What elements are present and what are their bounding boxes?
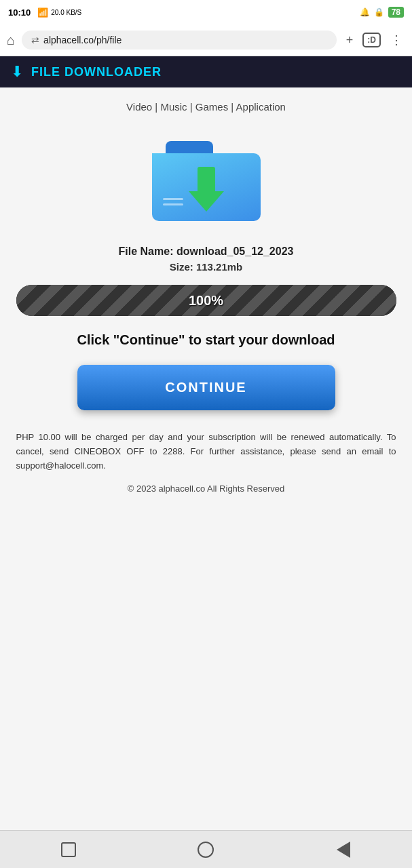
browser-chrome: ⌂ ⇄ alphacell.co/ph/file + :D ⋮ [0, 24, 412, 56]
nav-circle-button[interactable] [193, 837, 218, 862]
copyright-text: © 2023 alphacell.co All Rights Reserved [128, 484, 284, 494]
status-time: 10:10 [8, 7, 31, 18]
new-tab-button[interactable]: + [343, 31, 356, 50]
address-bar[interactable]: ⇄ alphacell.co/ph/file [22, 31, 337, 50]
main-content: Video | Music | Games | Application File… [0, 87, 412, 830]
circle-icon [198, 842, 214, 858]
progress-bar-container: 100% [16, 285, 396, 316]
disclaimer-text: PHP 10.00 will be charged per day and yo… [16, 431, 396, 473]
continue-button[interactable]: CONTINUE [77, 365, 335, 410]
tabs-button[interactable]: :D [362, 33, 381, 47]
signal-icon: 📶 [37, 7, 48, 18]
bell-icon: 🔔 [360, 7, 370, 17]
header-bar: ⬇ FILE DOWNLOADER [0, 56, 412, 87]
folder-illustration [152, 127, 261, 229]
battery-indicator: 78 [388, 7, 404, 18]
progress-text: 100% [189, 293, 223, 309]
home-button[interactable]: ⌂ [7, 33, 15, 48]
address-icon: ⇄ [31, 35, 39, 45]
status-bar: 10:10 📶 20.0 KB/S 🔔 🔒 78 [0, 0, 412, 24]
folder-lines [163, 198, 183, 205]
nav-footer [0, 830, 412, 868]
address-text: alphacell.co/ph/file [43, 35, 121, 45]
data-speed: 20.0 KB/S [51, 9, 81, 16]
nav-links: Video | Music | Games | Application [126, 101, 286, 113]
status-right: 🔔 🔒 78 [360, 7, 404, 18]
nav-square-button[interactable] [56, 837, 81, 862]
file-name: File Name: download_05_12_2023 [119, 245, 294, 258]
triangle-icon [337, 842, 350, 858]
menu-button[interactable]: ⋮ [388, 30, 405, 50]
lock-icon: 🔒 [374, 7, 384, 17]
header-title: FILE DOWNLOADER [31, 65, 162, 79]
download-icon: ⬇ [11, 63, 23, 81]
status-left: 10:10 📶 20.0 KB/S [8, 7, 81, 18]
folder-line-1 [163, 198, 183, 200]
file-size: Size: 113.21mb [170, 261, 243, 273]
nav-back-button[interactable] [331, 837, 356, 862]
arrow-head [189, 191, 224, 212]
square-icon [61, 842, 76, 857]
folder-line-2 [163, 203, 183, 205]
instruction-text: Click "Continue" to start your download [77, 331, 335, 349]
